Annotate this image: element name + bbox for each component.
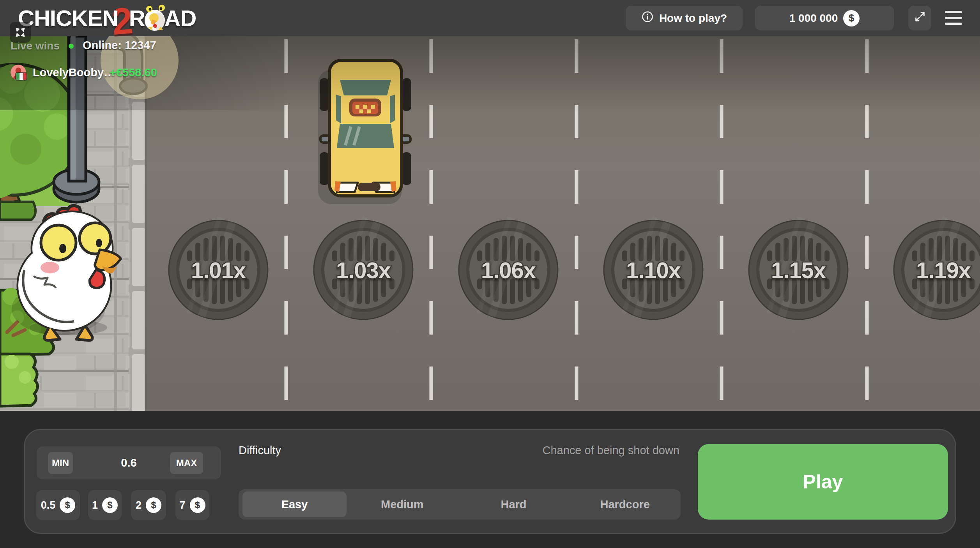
italy-flag-icon: [16, 73, 27, 80]
max-bet-button[interactable]: MAX: [170, 452, 203, 474]
online-dot-icon: [69, 44, 74, 49]
how-to-play-label: How to play?: [659, 12, 727, 25]
info-icon: [641, 11, 654, 26]
multiplier-label: 1.15x: [771, 257, 826, 283]
chicken-road-game: 1.01x 1.03x 1.06x 1.10x 1.15x 1.19x: [0, 0, 980, 548]
taxi-grille: [358, 183, 380, 191]
balance-display[interactable]: 1 000 000 $: [755, 6, 894, 30]
logo-word-ad: AD: [165, 5, 196, 31]
chicken-eye-right: [80, 223, 111, 254]
hamburger-icon: [945, 11, 962, 13]
difficulty-selector: Easy Medium Hard Hardcore: [239, 489, 681, 520]
chip-0.5-button[interactable]: 0.5 $: [36, 490, 80, 520]
logo-word-chicken: CHICKEN: [18, 5, 118, 31]
player-win-amount: +€558.60: [110, 66, 157, 79]
logo-chicken-head-icon: [143, 5, 167, 33]
chip-label: 1: [92, 499, 98, 511]
focus-mode-button[interactable]: [10, 22, 31, 43]
chip-2-button[interactable]: 2 $: [131, 490, 166, 520]
difficulty-hardcore[interactable]: Hardcore: [569, 498, 681, 511]
difficulty-title: Difficulty: [239, 444, 281, 457]
dollar-coin-icon: $: [843, 10, 860, 26]
header: CHICKEN2R AD: [0, 0, 980, 36]
dollar-coin-icon: $: [102, 497, 118, 513]
game-logo: CHICKEN2R AD: [18, 0, 196, 36]
fullscreen-button[interactable]: [908, 6, 931, 30]
chip-label: 0.5: [41, 499, 56, 511]
bet-amount-box: 0.6 MIN MAX: [37, 446, 221, 479]
multiplier-label: 1.01x: [191, 257, 246, 283]
multiplier-label: 1.03x: [336, 257, 391, 283]
dollar-coin-icon: $: [190, 497, 205, 513]
difficulty-hard[interactable]: Hard: [458, 498, 570, 511]
online-count: Online: 12347: [83, 39, 156, 52]
multiplier-label: 1.19x: [916, 257, 971, 283]
how-to-play-button[interactable]: How to play?: [626, 6, 743, 30]
bush-small: [0, 202, 35, 220]
multiplier-label: 1.06x: [481, 257, 536, 283]
control-panel: 0.6 MIN MAX 0.5 $ 1 $ 2 $ 7 $ Difficulty…: [24, 429, 956, 534]
dollar-coin-icon: $: [60, 497, 75, 513]
center-arrows-icon: [14, 26, 27, 39]
play-button[interactable]: Play: [698, 444, 948, 520]
chip-label: 7: [179, 499, 185, 511]
chip-label: 2: [136, 499, 142, 511]
menu-button[interactable]: [945, 11, 962, 25]
chicken-eye-left: [41, 225, 76, 260]
expand-icon: [913, 10, 927, 26]
min-bet-button[interactable]: MIN: [48, 452, 73, 474]
chance-label: Chance of being shot down: [524, 444, 679, 457]
player-name: LovelyBooby…: [33, 66, 115, 79]
balance-amount: 1 000 000: [789, 12, 838, 25]
multiplier-label: 1.10x: [626, 257, 681, 283]
chip-1-button[interactable]: 1 $: [88, 490, 122, 520]
difficulty-medium[interactable]: Medium: [347, 498, 458, 511]
dollar-coin-icon: $: [146, 497, 161, 513]
game-scene: 1.01x 1.03x 1.06x 1.10x 1.15x 1.19x: [0, 36, 980, 412]
difficulty-easy[interactable]: Easy: [242, 492, 347, 517]
chip-7-button[interactable]: 7 $: [175, 490, 209, 520]
